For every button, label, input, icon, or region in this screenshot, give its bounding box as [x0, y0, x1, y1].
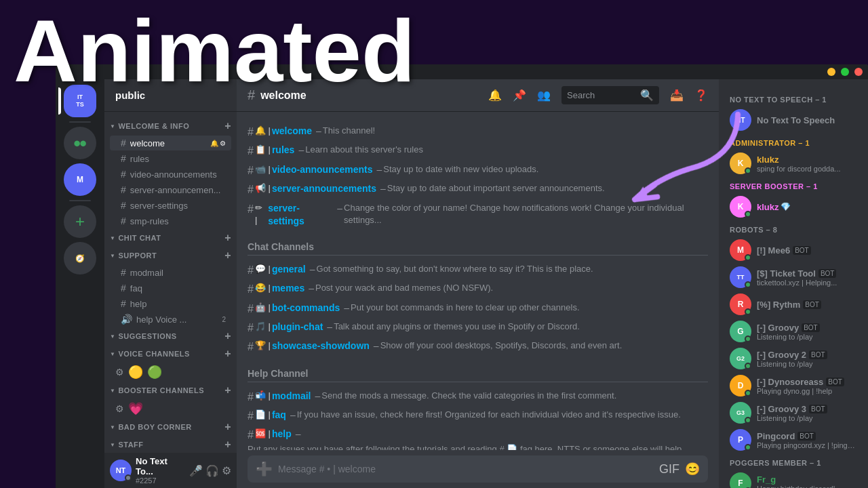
booster-badge: 💎: [781, 202, 791, 211]
channel-link[interactable]: rules: [272, 144, 294, 157]
member-group-admin: ADMINISTRATOR – 1: [724, 134, 863, 150]
deafen-button[interactable]: 🎧: [205, 464, 219, 477]
member-ticket-tool[interactable]: TT [$] Ticket Tool BOT tickettool.xyz | …: [724, 264, 863, 291]
member-pingcord[interactable]: P Pingcord BOT Playing pingcord.xyz | !p…: [724, 426, 863, 453]
add-attachment-button[interactable]: ➕: [256, 461, 273, 477]
add-channel-button[interactable]: +: [224, 249, 231, 262]
channel-desc: This channel!: [323, 125, 375, 137]
category-support[interactable]: ▼ SUPPORT +: [104, 247, 237, 264]
member-name-label: [$] Ticket Tool: [757, 268, 816, 279]
member-no-text-to-speech[interactable]: NT No Text To Speech: [724, 106, 863, 134]
channel-link[interactable]: server-settings: [268, 202, 333, 228]
bot-badge: BOT: [809, 350, 827, 359]
category-suggestions[interactable]: ▼ SUGGESTIONS +: [104, 327, 237, 345]
server-icon-main[interactable]: ITTS: [64, 85, 96, 117]
channel-link[interactable]: help: [272, 428, 292, 441]
channel-link[interactable]: modmail: [272, 390, 311, 403]
member-groovy3[interactable]: G3 [-] Groovy 3 BOT Listening to /play: [724, 399, 863, 426]
search-input[interactable]: [567, 90, 636, 100]
add-channel-button[interactable]: +: [224, 348, 231, 360]
close-button[interactable]: [854, 68, 863, 76]
add-channel-button[interactable]: +: [224, 330, 231, 342]
server-icon-3[interactable]: M: [64, 163, 96, 196]
pin-icon[interactable]: 📌: [513, 89, 526, 102]
help-icon[interactable]: ❓: [694, 89, 708, 102]
member-groovy2[interactable]: G2 [-] Groovy 2 BOT Listening to /play: [724, 345, 863, 372]
channel-link[interactable]: showcase-showdown: [272, 340, 370, 353]
entry-modmail: # 📬 | modmail – Send the mods a message.…: [248, 388, 708, 407]
category-welcome-info[interactable]: ▼ WELCOME & INFO +: [104, 117, 237, 135]
avatar-initials: M: [737, 245, 744, 255]
member-status: Playing dyno.gg | !help: [757, 387, 857, 395]
add-channel-button[interactable]: +: [224, 232, 231, 244]
minimize-button[interactable]: [827, 68, 835, 76]
separator: –: [380, 182, 386, 196]
hash-icon: #: [121, 216, 126, 226]
user-controls: 🎤 🎧 ⚙: [189, 464, 231, 477]
member-klukz-booster[interactable]: K klukz 💎: [724, 193, 863, 220]
category-booster-channels[interactable]: ▼ BOOSTER CHANNELS +: [104, 382, 237, 399]
category-bad-boy-corner[interactable]: ▼ BAD BOY CORNER +: [104, 418, 237, 436]
entry-bot-commands: # 🤖 | bot-commands – Put your bot comman…: [248, 300, 708, 319]
avatar-initials: K: [738, 159, 744, 168]
category-staff[interactable]: ▼ STAFF +: [104, 436, 237, 453]
member-klukz-admin[interactable]: K klukz sping for discord godda...: [724, 150, 863, 177]
category-label: CHIT CHAT: [118, 234, 161, 242]
add-channel-button[interactable]: +: [224, 120, 231, 132]
channel-link[interactable]: memes: [272, 282, 304, 296]
member-groovy[interactable]: G [-] Groovy BOT Listening to /play: [724, 318, 863, 345]
channel-rules[interactable]: # rules: [110, 151, 231, 166]
member-mee6[interactable]: M [!] Mee6 BOT: [724, 237, 863, 264]
channel-help-voice[interactable]: 🔊 help Voice ... 2: [110, 312, 231, 327]
channel-link[interactable]: welcome: [272, 125, 312, 138]
member-avatar: NT: [730, 109, 751, 131]
add-channel-button[interactable]: +: [224, 421, 231, 433]
member-rythm[interactable]: R [%] Rythm BOT: [724, 291, 863, 318]
channel-welcome[interactable]: # welcome 🔔 ⚙: [110, 136, 231, 150]
server-divider-2: [69, 200, 91, 201]
channel-help[interactable]: # help: [110, 296, 231, 311]
channel-link[interactable]: video-announcements: [272, 163, 373, 177]
inbox-icon[interactable]: 📥: [670, 89, 684, 102]
add-server-button[interactable]: +: [64, 205, 96, 238]
category-chit-chat[interactable]: ▼ CHIT CHAT +: [104, 229, 237, 247]
message-input[interactable]: [278, 464, 654, 474]
channel-link[interactable]: plugin-chat: [272, 321, 323, 334]
mute-button[interactable]: 🎤: [189, 464, 203, 477]
category-voice-channels[interactable]: ▼ VOICE CHANNELS +: [104, 345, 237, 363]
channel-smp-rules[interactable]: # smp-rules: [110, 214, 231, 228]
channel-link[interactable]: server-announcements: [272, 182, 376, 196]
server-icon-2[interactable]: ⬤⬤: [64, 127, 96, 159]
member-frg[interactable]: F Fr_g Happy birthday discord!: [724, 470, 863, 488]
hash-icon: #: [121, 283, 126, 293]
search-bar[interactable]: 🔍: [561, 86, 659, 104]
channel-link[interactable]: bot-commands: [272, 302, 340, 315]
maximize-button[interactable]: [841, 68, 849, 76]
separator: –: [290, 409, 296, 422]
explore-icon[interactable]: 🧭: [64, 242, 96, 274]
member-dynosoreass[interactable]: D [-] Dynosoreass BOT Playing dyno.gg | …: [724, 372, 863, 399]
server-name-header[interactable]: public: [104, 79, 237, 112]
chevron-icon: ▼: [110, 123, 115, 129]
channel-link[interactable]: general: [272, 263, 306, 277]
section-help-channel: Help Channel # 📬 | modmail – Send the mo…: [248, 368, 708, 450]
hash-icon: #: [248, 202, 254, 217]
channel-faq[interactable]: # faq: [110, 281, 231, 296]
emoji-button[interactable]: 😊: [685, 462, 700, 476]
user-panel: NT No Text To... #2257 🎤 🎧 ⚙: [104, 453, 237, 488]
bell-icon[interactable]: 🔔: [488, 89, 502, 102]
channel-server-announcements[interactable]: # server-announcemen...: [110, 182, 231, 197]
channel-server-settings[interactable]: # server-settings: [110, 198, 231, 213]
gif-button[interactable]: GIF: [659, 462, 679, 476]
members-icon[interactable]: 👥: [537, 89, 551, 102]
channel-name-label: video-announcements: [130, 169, 217, 180]
channel-sidebar: public ▼ WELCOME & INFO + # welcome 🔔 ⚙: [104, 79, 237, 488]
add-channel-button[interactable]: +: [224, 439, 231, 451]
channel-link[interactable]: faq: [272, 409, 286, 422]
member-info: No Text To Speech: [757, 115, 857, 125]
add-channel-button[interactable]: +: [224, 384, 231, 396]
settings-button[interactable]: ⚙: [222, 464, 231, 477]
channel-modmail[interactable]: # modmail: [110, 265, 231, 280]
channel-video-announcements[interactable]: # video-announcements: [110, 167, 231, 182]
hash-icon: #: [248, 321, 254, 336]
